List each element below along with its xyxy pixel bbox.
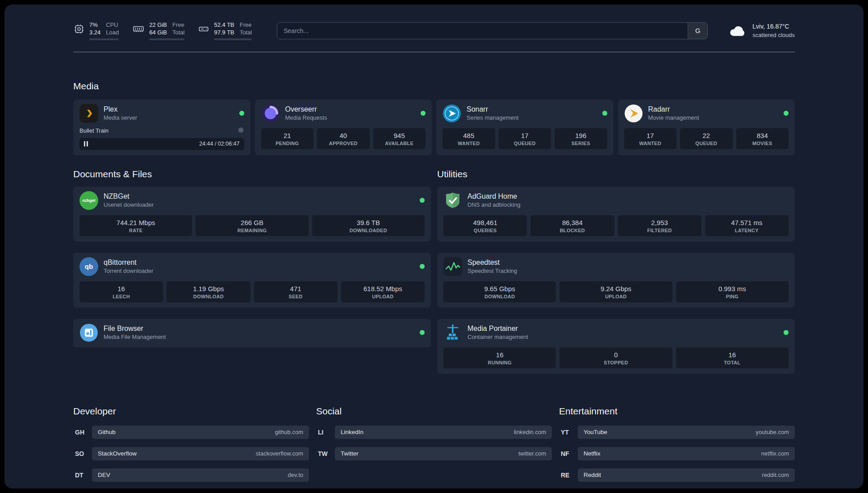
- bookmark-url: youtube.com: [756, 429, 789, 435]
- bookmark-name: Netflix: [584, 450, 601, 457]
- status-dot: [784, 330, 789, 335]
- stat-block: 945 AVAILABLE: [373, 128, 426, 149]
- bookmark-name: Twitter: [341, 450, 359, 457]
- cloud-icon: [728, 23, 747, 38]
- service-link-qbittorrent[interactable]: qb qBittorrent Torrent downloader: [79, 257, 425, 276]
- bookmark-youtube[interactable]: YT YouTube youtube.com: [559, 426, 795, 439]
- stat-block: 16 TOTAL: [676, 347, 789, 368]
- stat-block: 86,384 BLOCKED: [530, 215, 614, 236]
- service-link-speedtest[interactable]: Speedtest Speedtest Tracking: [443, 257, 789, 276]
- section-title-utilities: Utilities: [437, 169, 795, 180]
- service-link-filebrowser[interactable]: File Browser Media File Management: [79, 323, 425, 342]
- bookmark-group-social: Social LI LinkedIn linkedin.com TW Twitt…: [316, 406, 552, 489]
- bookmark-name: LinkedIn: [341, 429, 363, 435]
- service-desc: Torrent downloader: [104, 267, 153, 275]
- service-desc: Usenet downloader: [104, 201, 154, 209]
- memory-total-label: Total: [172, 29, 184, 37]
- service-name: qBittorrent: [104, 258, 153, 267]
- stat-block: 498,461 QUERIES: [443, 215, 527, 236]
- section-title-developer: Developer: [73, 406, 309, 417]
- bookmark-name: Reddit: [584, 472, 601, 478]
- disk-progress-bar: [214, 38, 252, 40]
- stat-block: 471 SEED: [254, 281, 338, 302]
- settings-gear-icon[interactable]: [238, 127, 244, 135]
- bookmark-url: twitter.com: [518, 450, 546, 457]
- service-link-portainer[interactable]: Media Portainer Container management: [443, 323, 789, 342]
- search-engine-button[interactable]: G: [688, 23, 707, 39]
- section-title-entertainment: Entertainment: [559, 406, 795, 417]
- service-desc: DNS and adblocking: [467, 201, 521, 209]
- section-title-social: Social: [316, 406, 552, 417]
- bookmark-twitter[interactable]: TW Twitter twitter.com: [316, 447, 552, 460]
- player-bar: 24:44 / 02:06:47: [79, 138, 244, 150]
- stat-block: 16 RUNNING: [443, 347, 556, 368]
- stat-block: 40 APPROVED: [317, 128, 370, 149]
- service-link-adguard[interactable]: AdGuard Home DNS and adblocking: [443, 191, 789, 210]
- bookmark-url: reddit.com: [762, 472, 789, 478]
- service-card-sonarr: Sonarr Series management 485 WANTED 17 Q…: [436, 100, 613, 155]
- service-desc: Media Requests: [285, 114, 327, 122]
- service-name: Plex: [104, 105, 137, 114]
- bookmark-url: github.com: [275, 429, 303, 435]
- service-link-overseerr[interactable]: Overseerr Media Requests: [261, 104, 426, 123]
- service-desc: Media server: [104, 114, 137, 122]
- service-name: Media Portainer: [467, 324, 528, 334]
- nzbget-icon: nzbget: [79, 191, 98, 210]
- service-link-radarr[interactable]: Radarr Movie management: [624, 104, 789, 123]
- section-title-media: Media: [73, 81, 795, 92]
- plex-icon: [79, 104, 98, 123]
- memory-widget: 22 GiB Free 64 GiB Total: [132, 21, 184, 40]
- cpu-label: CPU: [106, 21, 119, 29]
- bookmark-abbr: RE: [559, 472, 578, 479]
- stat-block: 16 LEECH: [79, 281, 163, 302]
- bookmark-url: stackoverflow.com: [256, 450, 303, 457]
- service-name: Overseerr: [285, 105, 327, 114]
- memory-progress-bar: [149, 38, 184, 40]
- bookmark-name: StackOverflow: [98, 450, 137, 457]
- bookmark-dev[interactable]: DT DEV dev.to: [73, 468, 309, 482]
- bookmark-linkedin[interactable]: LI LinkedIn linkedin.com: [316, 426, 552, 439]
- bookmark-url: netflix.com: [761, 450, 789, 457]
- section-title-documents: Documents & Files: [73, 169, 431, 180]
- stat-block: 1.19 Gbps DOWNLOAD: [167, 281, 250, 302]
- bookmark-github[interactable]: GH Github github.com: [73, 426, 309, 439]
- bookmark-abbr: GH: [73, 429, 92, 436]
- service-card-speedtest: Speedtest Speedtest Tracking 9.65 Gbps D…: [437, 253, 795, 308]
- top-bar: 7% CPU 3.24 Load 22 GiB Free 64 GiB Tota…: [73, 21, 795, 40]
- service-desc: Container management: [467, 334, 528, 341]
- cpu-icon: [73, 23, 85, 37]
- status-dot: [602, 111, 607, 116]
- stat-block: 2,953 FILTERED: [618, 215, 701, 236]
- speedtest-icon: [443, 257, 462, 276]
- search-input[interactable]: [277, 23, 688, 39]
- service-link-sonarr[interactable]: Sonarr Series management: [442, 104, 607, 123]
- service-card-portainer: Media Portainer Container management 16 …: [437, 319, 795, 374]
- service-link-nzbget[interactable]: nzbget NZBGet Usenet downloader: [79, 191, 425, 210]
- pause-button[interactable]: [84, 141, 88, 146]
- service-card-overseerr: Overseerr Media Requests 21 PENDING 40 A…: [255, 100, 432, 155]
- service-link-plex[interactable]: Plex Media server: [79, 104, 244, 123]
- status-dot: [784, 111, 789, 116]
- bookmark-stackoverflow[interactable]: SO StackOverflow stackoverflow.com: [73, 447, 309, 460]
- memory-free: 22 GiB: [149, 21, 167, 29]
- status-dot: [420, 330, 425, 335]
- memory-total: 64 GiB: [149, 29, 167, 37]
- bookmark-reddit[interactable]: RE Reddit reddit.com: [559, 468, 795, 482]
- disk-free: 52.4 TB: [214, 21, 234, 29]
- stat-block: 618.52 Mbps UPLOAD: [341, 281, 425, 302]
- stat-block: 21 PENDING: [261, 128, 314, 149]
- service-card-filebrowser: File Browser Media File Management: [73, 319, 431, 347]
- dashboard: 7% CPU 3.24 Load 22 GiB Free 64 GiB Tota…: [4, 4, 864, 489]
- status-dot: [421, 111, 426, 116]
- bookmark-abbr: TW: [316, 450, 335, 457]
- disk-free-label: Free: [240, 21, 252, 29]
- stat-block: 266 GB REMAINING: [196, 215, 308, 236]
- status-dot: [239, 111, 244, 116]
- bookmark-group-entertainment: Entertainment YT YouTube youtube.com NF …: [559, 406, 795, 489]
- memory-free-label: Free: [172, 21, 184, 29]
- memory-icon: [132, 23, 145, 37]
- bookmark-netflix[interactable]: NF Netflix netflix.com: [559, 447, 795, 460]
- disk-total: 97.9 TB: [214, 29, 234, 37]
- service-desc: Series management: [467, 114, 518, 122]
- stat-block: 744.21 Mbps RATE: [79, 215, 192, 236]
